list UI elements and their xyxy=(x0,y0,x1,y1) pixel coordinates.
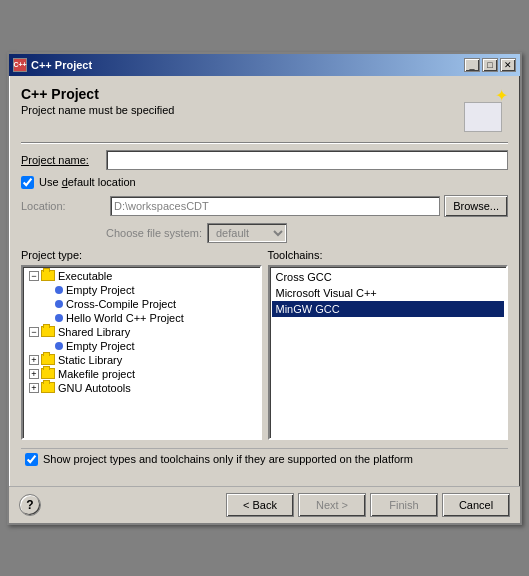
bullet-icon-cross-compile xyxy=(55,300,63,308)
folder-icon-shared xyxy=(41,326,55,337)
use-default-location-label: Use default location xyxy=(39,176,136,188)
separator-1 xyxy=(21,142,508,144)
dialog-subtitle: Project name must be specified xyxy=(21,104,174,116)
tree-label-autotools: GNU Autotools xyxy=(58,382,131,394)
filesystem-label: Choose file system: xyxy=(106,227,202,239)
tree-label-cross-compile: Cross-Compile Project xyxy=(66,298,176,310)
expand-icon-shared[interactable]: − xyxy=(29,327,39,337)
platform-filter-label: Show project types and toolchains only i… xyxy=(43,453,413,465)
tree-item-executable[interactable]: − Executable xyxy=(25,269,258,283)
project-name-input[interactable] xyxy=(106,150,508,170)
toolchain-item-mingw-gcc[interactable]: MinGW GCC xyxy=(272,301,505,317)
bullet-icon-empty-2 xyxy=(55,342,63,350)
toolchain-item-ms-visual-cpp[interactable]: Microsoft Visual C++ xyxy=(272,285,505,301)
tree-label-empty-1: Empty Project xyxy=(66,284,134,296)
folder-icon-autotools xyxy=(41,382,55,393)
tree-label-executable: Executable xyxy=(58,270,112,282)
use-default-location-checkbox[interactable] xyxy=(21,176,34,189)
dialog-icon-window xyxy=(464,102,502,132)
title-bar: C++ C++ Project _ □ ✕ xyxy=(9,54,520,76)
folder-icon-executable xyxy=(41,270,55,281)
title-bar-left: C++ C++ Project xyxy=(13,58,92,72)
dialog-content: C++ Project Project name must be specifi… xyxy=(9,76,520,486)
back-button[interactable]: < Back xyxy=(226,493,294,517)
main-window: C++ C++ Project _ □ ✕ C++ Project Projec… xyxy=(7,52,522,525)
bottom-checkbox-row: Show project types and toolchains only i… xyxy=(21,448,508,470)
close-button[interactable]: ✕ xyxy=(500,58,516,72)
title-buttons: _ □ ✕ xyxy=(464,58,516,72)
nav-buttons: < Back Next > Finish Cancel xyxy=(226,493,510,517)
tree-item-autotools[interactable]: + GNU Autotools xyxy=(25,381,258,395)
project-type-title: Project type: xyxy=(21,249,262,261)
dialog-icon-star: ✦ xyxy=(495,86,508,105)
tree-item-hello-world[interactable]: Hello World C++ Project xyxy=(25,311,258,325)
project-type-tree[interactable]: − Executable Empty Project Cross-Compile… xyxy=(21,265,262,440)
tree-label-makefile: Makefile project xyxy=(58,368,135,380)
browse-button[interactable]: Browse... xyxy=(444,195,508,217)
filesystem-row: Choose file system: default xyxy=(21,223,508,243)
bullet-icon-empty-1 xyxy=(55,286,63,294)
expand-icon-autotools[interactable]: + xyxy=(29,383,39,393)
expand-icon-executable[interactable]: − xyxy=(29,271,39,281)
expand-icon-makefile[interactable]: + xyxy=(29,369,39,379)
dialog-title: C++ Project xyxy=(21,86,174,102)
toolchains-list[interactable]: Cross GCC Microsoft Visual C++ MinGW GCC xyxy=(268,265,509,440)
project-type-panel: Project type: − Executable Empty Project xyxy=(21,249,262,440)
location-row: Location: Browse... xyxy=(21,195,508,217)
maximize-button[interactable]: □ xyxy=(482,58,498,72)
tree-item-empty-project-1[interactable]: Empty Project xyxy=(25,283,258,297)
tree-item-empty-project-2[interactable]: Empty Project xyxy=(25,339,258,353)
tree-item-cross-compile[interactable]: Cross-Compile Project xyxy=(25,297,258,311)
bullet-icon-hello-world xyxy=(55,314,63,322)
folder-icon-makefile xyxy=(41,368,55,379)
cancel-button[interactable]: Cancel xyxy=(442,493,510,517)
tree-label-static: Static Library xyxy=(58,354,122,366)
use-default-location-row: Use default location xyxy=(21,176,508,189)
filesystem-select[interactable]: default xyxy=(207,223,287,243)
dialog-header: C++ Project Project name must be specifi… xyxy=(21,86,508,134)
help-button[interactable]: ? xyxy=(19,494,41,516)
tree-label-empty-2: Empty Project xyxy=(66,340,134,352)
location-label: Location: xyxy=(21,200,106,212)
location-input[interactable] xyxy=(110,196,440,216)
folder-icon-static xyxy=(41,354,55,365)
project-name-label: Project name: xyxy=(21,154,106,166)
dialog-icon: ✦ xyxy=(460,86,508,134)
tree-label-shared: Shared Library xyxy=(58,326,130,338)
minimize-button[interactable]: _ xyxy=(464,58,480,72)
panels-area: Project type: − Executable Empty Project xyxy=(21,249,508,440)
next-button[interactable]: Next > xyxy=(298,493,366,517)
project-name-row: Project name: xyxy=(21,150,508,170)
tree-item-makefile[interactable]: + Makefile project xyxy=(25,367,258,381)
tree-item-shared-library[interactable]: − Shared Library xyxy=(25,325,258,339)
tree-label-hello-world: Hello World C++ Project xyxy=(66,312,184,324)
button-bar: ? < Back Next > Finish Cancel xyxy=(9,486,520,523)
tree-item-static-library[interactable]: + Static Library xyxy=(25,353,258,367)
finish-button[interactable]: Finish xyxy=(370,493,438,517)
window-icon: C++ xyxy=(13,58,27,72)
toolchains-title: Toolchains: xyxy=(268,249,509,261)
dialog-header-text: C++ Project Project name must be specifi… xyxy=(21,86,174,116)
toolchains-panel: Toolchains: Cross GCC Microsoft Visual C… xyxy=(268,249,509,440)
window-title: C++ Project xyxy=(31,59,92,71)
toolchain-item-cross-gcc[interactable]: Cross GCC xyxy=(272,269,505,285)
platform-filter-checkbox[interactable] xyxy=(25,453,38,466)
expand-icon-static[interactable]: + xyxy=(29,355,39,365)
